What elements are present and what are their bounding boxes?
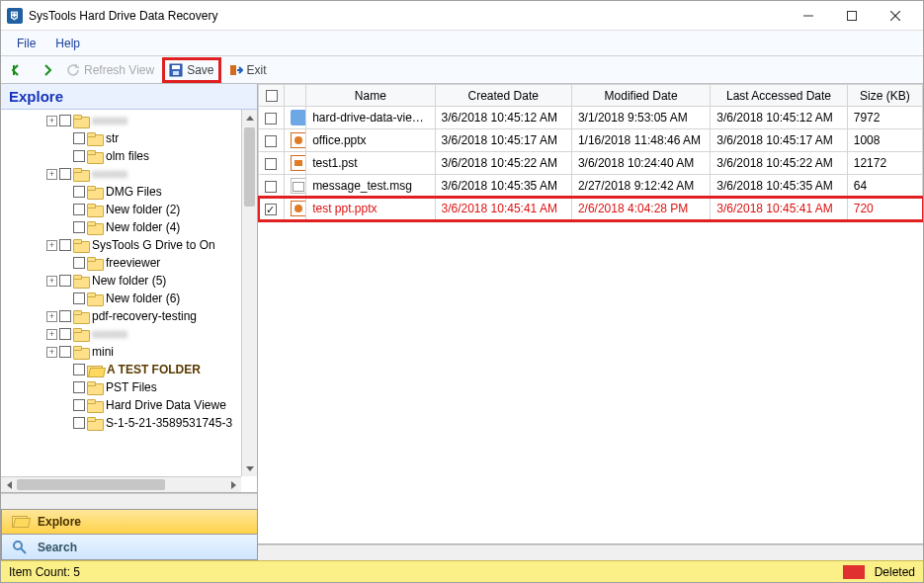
- tree-checkbox[interactable]: [73, 132, 85, 144]
- tree-item[interactable]: +SysTools G Drive to On: [3, 236, 241, 254]
- tree-item[interactable]: New folder (6): [3, 290, 241, 307]
- tree-expander[interactable]: +: [46, 311, 57, 322]
- tab-search[interactable]: Search: [1, 534, 258, 560]
- tree-item[interactable]: +mini: [3, 343, 241, 361]
- row-checkbox[interactable]: [265, 158, 277, 170]
- scroll-left-icon[interactable]: [1, 477, 17, 492]
- tree-checkbox[interactable]: [59, 275, 71, 287]
- tree-checkbox[interactable]: [73, 292, 85, 304]
- tree-vertical-scrollbar[interactable]: [241, 110, 257, 476]
- scroll-right-icon[interactable]: [225, 477, 241, 492]
- cell-name: message_test.msg: [306, 175, 435, 198]
- folder-icon: [87, 132, 102, 144]
- tree-expander[interactable]: +: [46, 240, 57, 251]
- tree-checkbox[interactable]: [73, 364, 85, 375]
- tree-item[interactable]: +New folder (5): [3, 272, 241, 290]
- tree-checkbox[interactable]: [59, 346, 71, 358]
- scroll-thumb[interactable]: [244, 127, 255, 207]
- tree-checkbox[interactable]: [73, 186, 85, 198]
- tree-expander[interactable]: +: [46, 169, 57, 180]
- menu-bar: File Help: [1, 31, 923, 56]
- tree-item-label: xxxxxx: [92, 327, 127, 341]
- tab-explore-label: Explore: [38, 515, 81, 529]
- tree-expander[interactable]: +: [46, 329, 57, 340]
- tree-checkbox[interactable]: [73, 399, 85, 411]
- table-row[interactable]: test1.pst3/6/2018 10:45:22 AM3/6/2018 10…: [259, 152, 923, 175]
- scroll-down-icon[interactable]: [242, 460, 257, 476]
- table-row[interactable]: office.pptx3/6/2018 10:45:17 AM1/16/2018…: [259, 129, 923, 152]
- tree-checkbox[interactable]: [59, 328, 71, 340]
- tree-item[interactable]: PST Files: [3, 378, 241, 396]
- nav-back-button[interactable]: [5, 58, 31, 82]
- refresh-button[interactable]: Refresh View: [60, 58, 160, 82]
- menu-help[interactable]: Help: [47, 33, 88, 54]
- tree-checkbox[interactable]: [59, 310, 71, 322]
- grid-header-row: Name Created Date Modified Date Last Acc…: [259, 85, 923, 107]
- row-checkbox[interactable]: [265, 113, 277, 125]
- scroll-up-icon[interactable]: [242, 110, 257, 125]
- main-area: Explore +xxxxxxstrolm files+xxxxxxDMG Fi…: [1, 84, 923, 560]
- maximize-button[interactable]: [830, 2, 874, 30]
- table-row[interactable]: test ppt.pptx3/6/2018 10:45:41 AM2/6/201…: [259, 198, 923, 220]
- tree-item[interactable]: +pdf-recovery-testing: [3, 307, 241, 325]
- cell-modified: 2/27/2018 9:12:42 AM: [571, 175, 710, 198]
- tree-checkbox[interactable]: [73, 417, 85, 429]
- menu-file[interactable]: File: [9, 33, 43, 54]
- tree-checkbox[interactable]: [73, 381, 85, 393]
- tree-item[interactable]: freeviewer: [3, 254, 241, 272]
- file-type-icon: [291, 201, 306, 216]
- tree-item[interactable]: Hard Drive Data Viewe: [3, 396, 241, 414]
- cell-accessed: 3/6/2018 10:45:17 AM: [711, 129, 847, 152]
- header-created[interactable]: Created Date: [435, 85, 571, 107]
- exit-label: Exit: [247, 63, 267, 77]
- tree-item[interactable]: +xxxxxx: [3, 325, 241, 343]
- tree-item[interactable]: DMG Files: [3, 183, 241, 201]
- exit-button[interactable]: Exit: [223, 58, 273, 82]
- scroll-hthumb[interactable]: [17, 479, 165, 490]
- folder-icon: [87, 364, 103, 375]
- tree-expander[interactable]: +: [46, 276, 57, 287]
- tree-item[interactable]: New folder (4): [3, 218, 241, 236]
- svg-rect-7: [173, 71, 179, 75]
- folder-tree[interactable]: +xxxxxxstrolm files+xxxxxxDMG FilesNew f…: [1, 110, 241, 476]
- row-checkbox[interactable]: [265, 204, 277, 215]
- cell-name: hard-drive-data-viewe...: [306, 107, 435, 129]
- tab-explore[interactable]: Explore: [1, 509, 258, 535]
- header-accessed[interactable]: Last Accessed Date: [711, 85, 847, 107]
- tree-item-label: Hard Drive Data Viewe: [106, 398, 226, 412]
- save-button[interactable]: Save: [162, 57, 220, 83]
- tree-expander[interactable]: +: [46, 347, 57, 358]
- folder-icon: [87, 417, 102, 429]
- tree-item-label: SysTools G Drive to On: [92, 238, 215, 252]
- tree-checkbox[interactable]: [73, 150, 85, 162]
- tree-horizontal-scrollbar[interactable]: [1, 476, 241, 492]
- tree-item[interactable]: +xxxxxx: [3, 165, 241, 183]
- tree-item[interactable]: str: [3, 129, 241, 147]
- table-row[interactable]: message_test.msg3/6/2018 10:45:35 AM2/27…: [259, 175, 923, 198]
- tree-checkbox[interactable]: [73, 221, 85, 233]
- tree-item[interactable]: +xxxxxx: [3, 112, 241, 129]
- row-checkbox[interactable]: [265, 181, 277, 193]
- tree-checkbox[interactable]: [59, 168, 71, 180]
- tree-item[interactable]: New folder (2): [3, 201, 241, 218]
- tree-checkbox[interactable]: [73, 204, 85, 215]
- row-checkbox[interactable]: [265, 135, 277, 147]
- header-size[interactable]: Size (KB): [847, 85, 922, 107]
- minimize-button[interactable]: [787, 2, 830, 30]
- nav-forward-button[interactable]: [33, 58, 58, 82]
- svg-point-9: [14, 541, 22, 549]
- tree-expander[interactable]: +: [46, 116, 57, 126]
- tree-checkbox[interactable]: [59, 115, 71, 126]
- tree-checkbox[interactable]: [73, 257, 85, 269]
- tree-item[interactable]: A TEST FOLDER: [3, 361, 241, 378]
- tree-item[interactable]: S-1-5-21-3589531745-3: [3, 414, 241, 432]
- table-row[interactable]: hard-drive-data-viewe...3/6/2018 10:45:1…: [259, 107, 923, 129]
- header-checkbox[interactable]: [259, 85, 285, 107]
- tree-checkbox[interactable]: [59, 239, 71, 251]
- tree-item[interactable]: olm files: [3, 147, 241, 165]
- svg-line-10: [21, 548, 26, 553]
- header-modified[interactable]: Modified Date: [571, 85, 710, 107]
- close-button[interactable]: [874, 2, 917, 30]
- item-count-label: Item Count: 5: [9, 565, 80, 579]
- header-name[interactable]: Name: [306, 85, 435, 107]
